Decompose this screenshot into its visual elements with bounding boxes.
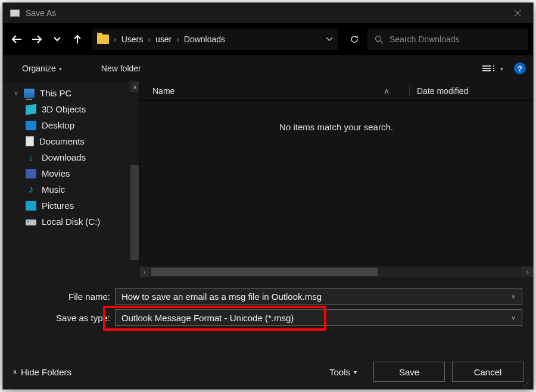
save-as-dialog: Save As › Users › user › Downloads — [2, 2, 534, 390]
address-dropdown-icon[interactable] — [326, 37, 333, 42]
breadcrumb-item[interactable]: Users — [121, 35, 144, 44]
cancel-button[interactable]: Cancel — [452, 362, 523, 382]
sidebar-item-music[interactable]: ♪Music — [3, 181, 139, 197]
cube-icon — [26, 104, 36, 115]
scroll-right-icon[interactable]: › — [522, 266, 533, 277]
picture-icon — [26, 201, 36, 211]
breadcrumb-item[interactable]: user — [155, 35, 172, 44]
breadcrumb-item[interactable]: Downloads — [184, 35, 225, 44]
organize-button[interactable]: Organize ▾ — [10, 61, 74, 76]
chevron-down-icon: ∨ — [14, 89, 18, 97]
refresh-button[interactable] — [344, 29, 365, 50]
scroll-left-icon[interactable]: ‹ — [139, 266, 150, 277]
file-list: Name ∧ Date modified No items match your… — [139, 81, 533, 277]
download-icon: ↓ — [26, 153, 36, 162]
chevron-down-icon: ▾ — [59, 65, 62, 72]
footer: ∧ Hide Folders Tools ▾ Save Cancel — [3, 355, 533, 389]
save-as-type-label: Save as type: — [14, 313, 115, 323]
window-title: Save As — [26, 8, 504, 18]
recent-locations-button[interactable] — [48, 30, 66, 48]
chevron-right-icon: › — [114, 35, 117, 44]
close-button[interactable] — [504, 3, 531, 23]
sidebar-item-movies[interactable]: Movies — [3, 165, 139, 181]
new-folder-button[interactable]: New folder — [89, 61, 153, 76]
chevron-down-icon[interactable]: ∨ — [511, 314, 516, 322]
sidebar-item-desktop[interactable]: Desktop — [3, 117, 139, 133]
titlebar: Save As — [3, 3, 533, 23]
pc-icon — [24, 89, 35, 98]
sidebar-item-downloads[interactable]: ↓Downloads — [3, 149, 139, 165]
sidebar: ∧ ∨ This PC 3D Objects Desktop Documents… — [3, 81, 139, 277]
toolbar: Organize ▾ New folder ▾ ? — [3, 55, 533, 81]
column-name[interactable]: Name — [139, 86, 258, 96]
view-options-button[interactable]: ▾ — [482, 65, 503, 72]
form-area: File name: How to save an email as a msg… — [3, 277, 533, 337]
scroll-thumb[interactable] — [151, 268, 378, 276]
column-date-modified[interactable]: Date modified — [409, 86, 533, 96]
up-button[interactable] — [68, 30, 86, 48]
filename-label: File name: — [14, 291, 115, 302]
folder-icon — [97, 35, 109, 44]
chevron-right-icon: › — [148, 35, 151, 44]
disk-icon — [26, 219, 36, 225]
music-icon: ♪ — [26, 185, 36, 195]
search-input[interactable]: Search Downloads — [367, 29, 528, 50]
document-icon — [26, 136, 34, 146]
sidebar-scrollbar[interactable] — [130, 165, 139, 260]
scroll-up-button[interactable]: ∧ — [130, 81, 139, 92]
sidebar-item-local-disk[interactable]: Local Disk (C:) — [3, 214, 139, 230]
resize-grip[interactable]: ⋰ — [523, 380, 531, 387]
hide-folders-button[interactable]: ∧ Hide Folders — [13, 367, 71, 377]
tools-button[interactable]: Tools ▾ — [329, 367, 357, 377]
nav-row: › Users › user › Downloads Search Downlo… — [3, 23, 533, 55]
sort-ascending-icon: ∧ — [378, 86, 395, 96]
app-icon — [10, 10, 20, 17]
column-headers: Name ∧ Date modified — [139, 81, 533, 101]
sidebar-item-pictures[interactable]: Pictures — [3, 197, 139, 214]
search-placeholder: Search Downloads — [389, 35, 460, 44]
chevron-down-icon: ▾ — [354, 369, 357, 375]
chevron-right-icon: › — [176, 35, 179, 44]
address-bar[interactable]: › Users › user › Downloads — [92, 29, 338, 50]
sidebar-item-3d-objects[interactable]: 3D Objects — [3, 101, 139, 117]
search-icon — [375, 35, 384, 44]
save-button[interactable]: Save — [373, 362, 445, 382]
horizontal-scrollbar[interactable]: ‹ › — [139, 266, 533, 277]
chevron-up-icon: ∧ — [13, 368, 17, 376]
svg-point-0 — [376, 36, 381, 41]
help-button[interactable]: ? — [514, 62, 526, 74]
empty-message: No items match your search. — [139, 101, 533, 266]
chevron-down-icon[interactable]: ∨ — [511, 293, 516, 300]
back-button[interactable] — [8, 30, 26, 48]
desktop-icon — [26, 121, 36, 130]
movie-icon — [26, 169, 36, 178]
filename-input[interactable]: How to save an email as a msg file in Ou… — [115, 288, 522, 305]
chevron-down-icon: ▾ — [500, 65, 503, 72]
sidebar-item-documents[interactable]: Documents — [3, 133, 139, 149]
forward-button[interactable] — [28, 30, 46, 48]
sidebar-item-this-pc[interactable]: ∨ This PC — [3, 85, 139, 101]
save-as-type-select[interactable]: Outlook Message Format - Unicode (*.msg)… — [115, 309, 522, 326]
